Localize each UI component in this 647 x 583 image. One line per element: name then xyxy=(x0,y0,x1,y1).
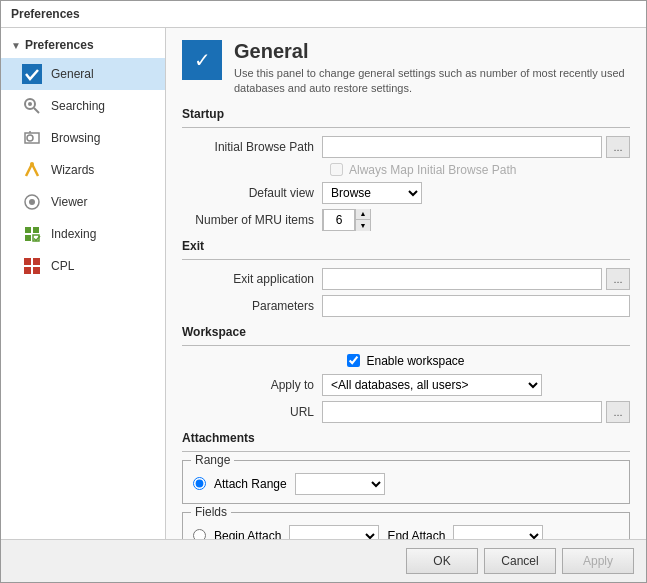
begin-attach-label: Begin Attach xyxy=(214,529,281,539)
svg-line-8 xyxy=(32,164,38,176)
always-map-checkbox[interactable] xyxy=(330,163,343,176)
apply-to-control: <All databases, all users> <Current data… xyxy=(322,374,630,396)
initial-browse-btn[interactable]: ... xyxy=(606,136,630,158)
panel-title: General xyxy=(234,40,630,63)
attach-range-radio[interactable] xyxy=(193,477,206,490)
initial-browse-path-label: Initial Browse Path xyxy=(182,140,322,154)
sidebar-item-viewer[interactable]: Viewer xyxy=(1,186,165,218)
svg-point-5 xyxy=(27,135,33,141)
begin-attach-select[interactable] xyxy=(289,525,379,539)
sidebar-header: ▼ Preferences xyxy=(1,32,165,58)
url-input[interactable] xyxy=(322,401,602,423)
svg-point-9 xyxy=(30,162,34,166)
svg-line-2 xyxy=(34,108,39,113)
sidebar: ▼ Preferences General xyxy=(1,28,166,539)
mru-increment-btn[interactable]: ▲ xyxy=(356,209,370,220)
parameters-input[interactable] xyxy=(322,295,630,317)
browsing-icon xyxy=(21,127,43,149)
sidebar-label-browsing: Browsing xyxy=(51,131,100,145)
exit-app-browse-btn[interactable]: ... xyxy=(606,268,630,290)
title-bar: Preferences xyxy=(1,1,646,28)
default-view-label: Default view xyxy=(182,186,322,200)
svg-rect-12 xyxy=(25,227,31,233)
enable-workspace-label: Enable workspace xyxy=(366,354,464,368)
enable-workspace-checkbox[interactable] xyxy=(347,354,360,367)
mru-decrement-btn[interactable]: ▼ xyxy=(356,220,370,231)
url-label: URL xyxy=(182,405,322,419)
exit-app-label: Exit application xyxy=(182,272,322,286)
panel-header: General Use this panel to change general… xyxy=(182,40,630,97)
attach-range-row: Attach Range xyxy=(193,473,619,495)
range-group: Range Attach Range xyxy=(182,460,630,504)
fields-row: Begin Attach End Attach xyxy=(193,525,619,539)
sidebar-title: Preferences xyxy=(25,38,94,52)
enable-workspace-row: Enable workspace xyxy=(182,354,630,368)
sidebar-label-viewer: Viewer xyxy=(51,195,87,209)
range-group-content: Attach Range xyxy=(193,473,619,495)
searching-icon xyxy=(21,95,43,117)
workspace-divider xyxy=(182,345,630,346)
end-attach-select[interactable] xyxy=(453,525,543,539)
attachments-section-title: Attachments xyxy=(182,431,630,445)
mru-control: ▲ ▼ xyxy=(322,209,630,231)
sidebar-item-searching[interactable]: Searching xyxy=(1,90,165,122)
parameters-row: Parameters xyxy=(182,295,630,317)
url-browse-btn[interactable]: ... xyxy=(606,401,630,423)
initial-browse-path-input[interactable] xyxy=(322,136,602,158)
exit-app-input[interactable] xyxy=(322,268,602,290)
viewer-icon xyxy=(21,191,43,213)
panel-icon xyxy=(182,40,222,80)
svg-rect-16 xyxy=(24,258,31,265)
exit-app-control: ... xyxy=(322,268,630,290)
svg-line-7 xyxy=(26,164,32,176)
sidebar-item-indexing[interactable]: Indexing xyxy=(1,218,165,250)
apply-button[interactable]: Apply xyxy=(562,548,634,574)
sidebar-item-wizards[interactable]: Wizards xyxy=(1,154,165,186)
mru-input[interactable] xyxy=(323,209,355,231)
mru-spinner: ▲ ▼ xyxy=(322,209,371,231)
parameters-label: Parameters xyxy=(182,299,322,313)
preferences-window: Preferences ▼ Preferences General xyxy=(0,0,647,583)
startup-section-title: Startup xyxy=(182,107,630,121)
always-map-label: Always Map Initial Browse Path xyxy=(349,163,516,177)
indexing-icon xyxy=(21,223,43,245)
main-panel: General Use this panel to change general… xyxy=(166,28,646,539)
parameters-control xyxy=(322,295,630,317)
general-icon xyxy=(21,63,43,85)
cancel-button[interactable]: Cancel xyxy=(484,548,556,574)
fields-radio[interactable] xyxy=(193,529,206,539)
sidebar-label-general: General xyxy=(51,67,94,81)
content-area: ▼ Preferences General xyxy=(1,28,646,539)
ok-button[interactable]: OK xyxy=(406,548,478,574)
svg-rect-17 xyxy=(33,258,40,265)
svg-point-3 xyxy=(28,102,32,106)
attachments-divider xyxy=(182,451,630,452)
url-control: ... xyxy=(322,401,630,423)
mru-label: Number of MRU items xyxy=(182,213,322,227)
end-attach-label: End Attach xyxy=(387,529,445,539)
footer-bar: OK Cancel Apply xyxy=(1,539,646,582)
mru-row: Number of MRU items ▲ ▼ xyxy=(182,209,630,231)
default-view-select[interactable]: Browse Search Index xyxy=(322,182,422,204)
fields-group-title: Fields xyxy=(191,505,231,519)
url-row: URL ... xyxy=(182,401,630,423)
initial-browse-path-row: Initial Browse Path ... xyxy=(182,136,630,158)
wizards-icon xyxy=(21,159,43,181)
sidebar-label-wizards: Wizards xyxy=(51,163,94,177)
apply-to-select[interactable]: <All databases, all users> <Current data… xyxy=(322,374,542,396)
exit-app-row: Exit application ... xyxy=(182,268,630,290)
sidebar-item-general[interactable]: General xyxy=(1,58,165,90)
panel-title-area: General Use this panel to change general… xyxy=(234,40,630,97)
svg-rect-19 xyxy=(33,267,40,274)
attach-range-select[interactable] xyxy=(295,473,385,495)
sidebar-label-cpl: CPL xyxy=(51,259,74,273)
collapse-triangle[interactable]: ▼ xyxy=(11,40,21,51)
svg-point-11 xyxy=(29,199,35,205)
attach-range-label: Attach Range xyxy=(214,477,287,491)
sidebar-item-cpl[interactable]: CPL xyxy=(1,250,165,282)
always-map-row: Always Map Initial Browse Path xyxy=(182,163,630,177)
window-title: Preferences xyxy=(11,7,80,21)
sidebar-item-browsing[interactable]: Browsing xyxy=(1,122,165,154)
apply-to-label: Apply to xyxy=(182,378,322,392)
exit-section-title: Exit xyxy=(182,239,630,253)
